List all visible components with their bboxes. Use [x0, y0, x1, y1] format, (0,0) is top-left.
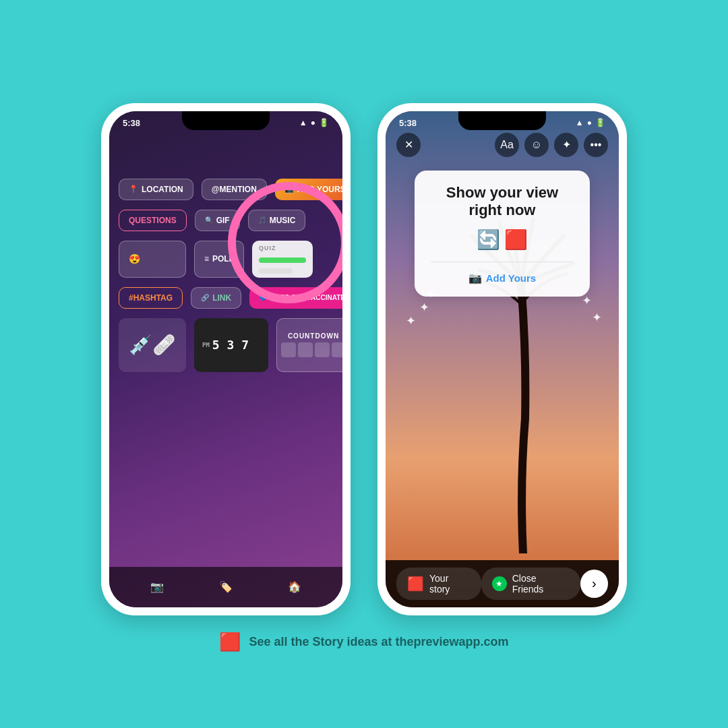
- close-icon: ✕: [404, 138, 413, 151]
- your-story-icon: 🟥: [407, 576, 424, 592]
- quiz-label: QUIZ: [259, 245, 276, 251]
- link-sticker[interactable]: LINK: [191, 287, 241, 309]
- camera-icon-bottom: 📷: [150, 580, 164, 593]
- countdown-box-4: [332, 342, 343, 357]
- text-button[interactable]: Aa: [495, 133, 519, 157]
- card-icons: 🔄 🟥: [431, 229, 574, 251]
- battery-icon: 🔋: [319, 118, 329, 127]
- questions-sticker[interactable]: QUESTIONS: [119, 210, 187, 231]
- recycle-icon: 🔄: [477, 229, 500, 251]
- more-icon: •••: [590, 139, 602, 151]
- stay-home-sticker: 🏠: [288, 580, 301, 593]
- sticker-row-1: LOCATION @MENTION ADD YOURS: [119, 179, 333, 200]
- footer-logo: 🟥: [219, 632, 241, 653]
- music-sticker[interactable]: MUSIC: [248, 210, 306, 231]
- footer: 🟥 See all the Story ideas at thepreviewa…: [219, 632, 508, 653]
- phone1-bottom-bar: 📷 🏷️ 🏠: [109, 567, 342, 607]
- story-bottom-bar: 🟥 Your story ★ Close Friends ›: [386, 560, 619, 607]
- mention-sticker[interactable]: @MENTION: [202, 179, 267, 200]
- sparkle-button[interactable]: ✦: [554, 133, 578, 157]
- battery-icon-2: 🔋: [595, 118, 605, 127]
- toolbar-right-buttons: Aa ☺ ✦ •••: [495, 133, 608, 157]
- close-friends-label: Close Friends: [512, 573, 570, 595]
- poll-sticker[interactable]: POLL: [194, 241, 244, 278]
- location-sticker[interactable]: LOCATION: [119, 179, 193, 200]
- text-icon: Aa: [500, 139, 514, 151]
- sticker-grid: LOCATION @MENTION ADD YOURS QUESTIONS: [109, 179, 342, 372]
- questions-label: QUESTIONS: [129, 216, 177, 225]
- face-button[interactable]: ☺: [524, 133, 549, 157]
- vaccinated-sticker[interactable]: LET'S GET VACCINATED: [249, 287, 342, 309]
- footer-text: See all the Story ideas at thepreviewapp…: [249, 635, 508, 649]
- timer-value: 5 3 7: [212, 338, 249, 352]
- close-friends-dot: ★: [492, 576, 507, 591]
- countdown-box-1: [281, 342, 296, 357]
- sticker-row-5: 💉🩹 PM 5 3 7 COUNTDOWN: [119, 318, 333, 372]
- close-friends-option[interactable]: ★ Close Friends: [481, 568, 580, 600]
- countdown-box-3: [315, 342, 330, 357]
- link-label: LINK: [212, 293, 231, 303]
- phone-1: 5:38 ▲ ● 🔋 🔍 Search LOCATION: [101, 103, 351, 615]
- status-time-2: 5:38: [399, 118, 417, 128]
- card-title: Show your view right now: [431, 184, 574, 220]
- addyours-label: ADD YOURS: [297, 185, 342, 194]
- your-story-option[interactable]: 🟥 Your story: [396, 568, 481, 600]
- sparkle-left-2: ✦: [406, 313, 416, 328]
- face-icon: ☺: [531, 139, 542, 151]
- add-yours-label: Add Yours: [486, 272, 536, 284]
- sticker-row-2: QUESTIONS GIF MUSIC: [119, 210, 333, 231]
- gif-label: GIF: [216, 216, 230, 225]
- poll-label: POLL: [212, 254, 234, 264]
- countdown-label: COUNTDOWN: [288, 332, 339, 340]
- addyours-sticker[interactable]: ADD YOURS: [275, 179, 342, 200]
- your-story-label: Your story: [429, 573, 471, 595]
- letsvax-emoji: 💉🩹: [129, 334, 176, 356]
- countdown-sticker[interactable]: COUNTDOWN: [276, 318, 342, 372]
- countdown-boxes: [281, 342, 343, 357]
- next-icon: ›: [592, 576, 597, 591]
- notch-2: [458, 111, 546, 130]
- camera-icon: 📷: [468, 272, 482, 284]
- vaccinated-label: LET'S GET VACCINATED: [270, 294, 342, 301]
- music-label: MUSIC: [270, 216, 296, 225]
- add-yours-card: Show your view right now 🔄 🟥 📷 Add Yours: [415, 171, 590, 297]
- gif-sticker[interactable]: GIF: [195, 210, 240, 231]
- notch-1: [182, 111, 270, 130]
- add-yours-button[interactable]: 📷 Add Yours: [431, 272, 574, 284]
- emoji-sticker[interactable]: [119, 241, 186, 278]
- sticker-bottom-icon: 🏷️: [219, 580, 233, 593]
- location-label: LOCATION: [142, 185, 183, 194]
- sticker-row-3: POLL QUIZ: [119, 241, 333, 278]
- sticker-row-4: #HASHTAG LINK LET'S GET VACCINATED: [119, 287, 333, 309]
- letsvax-sticker[interactable]: 💉🩹: [119, 318, 186, 372]
- wifi-icon-2: ▲: [576, 118, 584, 127]
- sparkle-right-2: ✦: [592, 310, 602, 325]
- close-button[interactable]: ✕: [396, 133, 421, 157]
- signal-icon: ●: [311, 118, 315, 127]
- quiz-sticker[interactable]: QUIZ: [252, 241, 313, 278]
- timer-pm: PM: [202, 342, 210, 348]
- next-button[interactable]: ›: [580, 570, 608, 598]
- mention-label: @MENTION: [212, 185, 257, 194]
- grid-icon: 🟥: [504, 229, 528, 251]
- signal-icon-2: ●: [587, 118, 592, 127]
- status-time-1: 5:38: [123, 118, 140, 128]
- hashtag-label: #HASHTAG: [129, 293, 173, 303]
- card-divider: [431, 262, 574, 262]
- phone-2: 5:38 ▲ ● 🔋 ✕ Aa ☺: [377, 103, 627, 615]
- story-toolbar: ✕ Aa ☺ ✦ •••: [386, 133, 619, 157]
- sparkle-left-1: ✦: [419, 300, 429, 315]
- sparkle-icon: ✦: [562, 138, 571, 151]
- more-button[interactable]: •••: [584, 133, 608, 157]
- quiz-bar-1: [259, 257, 306, 263]
- timer-sticker[interactable]: PM 5 3 7: [194, 318, 268, 372]
- hashtag-sticker[interactable]: #HASHTAG: [119, 287, 183, 309]
- status-icons-1: ▲ ● 🔋: [299, 118, 329, 127]
- wifi-icon: ▲: [299, 118, 307, 127]
- countdown-box-2: [298, 342, 313, 357]
- quiz-bar-2: [259, 268, 293, 274]
- status-icons-2: ▲ ● 🔋: [576, 118, 605, 127]
